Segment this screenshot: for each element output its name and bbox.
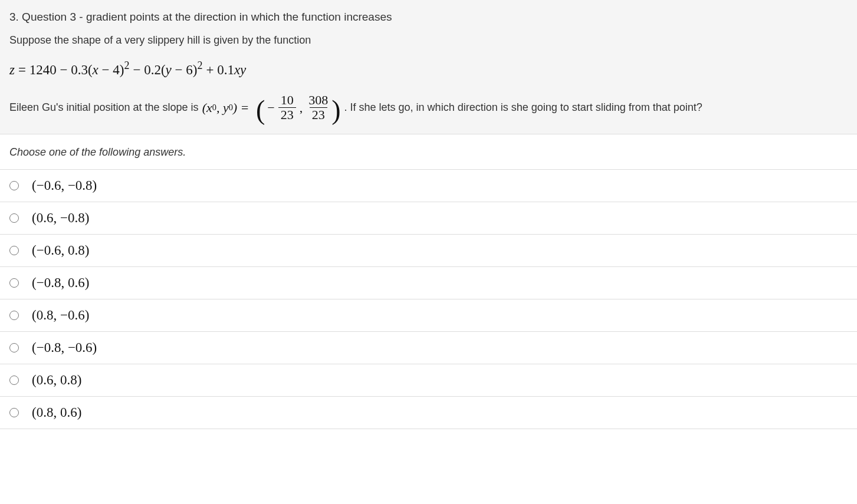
choose-instruction: Choose one of the following answers. — [9, 146, 848, 163]
option-row[interactable]: (0.8, 0.6) — [0, 397, 857, 429]
option-row[interactable]: (0.8, −0.6) — [0, 299, 857, 332]
option-radio[interactable] — [9, 343, 19, 353]
initial-point-symbol: (x0, y0) = — [202, 100, 252, 116]
question-header: 3. Question 3 - gradient points at the d… — [0, 0, 857, 134]
option-radio[interactable] — [9, 375, 19, 385]
options-list: (−0.6, −0.8) (0.6, −0.8) (−0.6, 0.8) (−0… — [0, 169, 857, 429]
option-label: (0.6, 0.8) — [32, 373, 81, 388]
position-line: Eileen Gu's initial position at the slop… — [9, 93, 848, 122]
option-label: (−0.6, −0.8) — [32, 178, 97, 193]
option-radio[interactable] — [9, 311, 19, 320]
option-row[interactable]: (0.6, −0.8) — [0, 202, 857, 235]
option-radio[interactable] — [9, 278, 19, 288]
option-radio[interactable] — [9, 246, 19, 255]
option-row[interactable]: (0.6, 0.8) — [0, 364, 857, 397]
option-radio[interactable] — [9, 408, 19, 417]
option-label: (−0.6, 0.8) — [32, 243, 89, 258]
option-row[interactable]: (−0.8, −0.6) — [0, 332, 857, 364]
option-row[interactable]: (−0.6, 0.8) — [0, 235, 857, 267]
option-row[interactable]: (−0.8, 0.6) — [0, 267, 857, 299]
equation-block: z = 1240 − 0.3(x − 4)2 − 0.2(y − 6)2 + 0… — [9, 60, 848, 78]
option-label: (−0.8, −0.6) — [32, 340, 97, 355]
instructions-block: Choose one of the following answers. — [0, 134, 857, 169]
position-prefix: Eileen Gu's initial position at the slop… — [9, 101, 199, 114]
option-radio[interactable] — [9, 213, 19, 223]
option-label: (−0.8, 0.6) — [32, 275, 89, 291]
question-prompt-intro: Suppose the shape of a very slippery hil… — [9, 34, 848, 47]
option-label: (0.8, 0.6) — [32, 405, 81, 420]
option-label: (0.8, −0.6) — [32, 308, 89, 323]
option-label: (0.6, −0.8) — [32, 210, 89, 226]
initial-point-value: ( − 10 23 , 308 23 ) — [256, 93, 341, 122]
question-title: 3. Question 3 - gradient points at the d… — [9, 11, 848, 24]
position-suffix: . If she lets go, in which direction is … — [344, 101, 702, 114]
option-row[interactable]: (−0.6, −0.8) — [0, 170, 857, 202]
option-radio[interactable] — [9, 181, 19, 190]
